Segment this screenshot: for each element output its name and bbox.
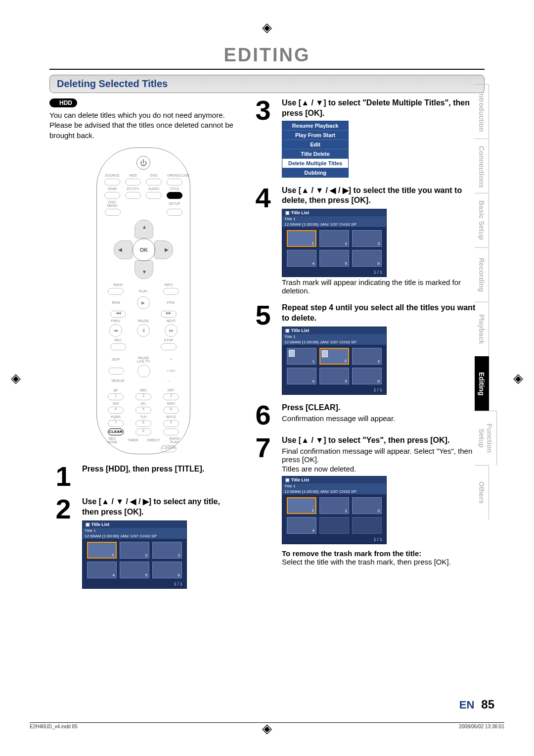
menu-item: Title Delete xyxy=(282,149,348,158)
step-heading: Use [▲ / ▼ / ◀ / ▶] to select any title,… xyxy=(82,497,237,518)
title-thumbnail: 4 xyxy=(287,250,316,267)
title-thumbnail: 3 xyxy=(352,348,382,365)
title-thumbnail xyxy=(352,517,382,534)
step-2: 2 Use [▲ / ▼ / ◀ / ▶] to select any titl… xyxy=(49,497,237,589)
context-menu: Resume PlaybackPlay From StartEditTitle … xyxy=(282,121,349,178)
menu-item: Edit xyxy=(282,140,348,149)
title-thumbnail: 4 xyxy=(87,562,117,578)
step-number: 2 xyxy=(49,497,77,589)
title-list-step7: ▣ Title List Title 1 12:00AM (1:00:00) J… xyxy=(282,476,387,544)
title-thumbnail: 5 xyxy=(319,368,349,384)
step-number: 1 xyxy=(49,464,77,489)
step-heading: Repeat step 4 until you select all the t… xyxy=(282,303,485,324)
title-list-step4: ▣ Title List Title 1 12:00AM (1:00:00) J… xyxy=(282,209,387,277)
footer-left: E2H40UD_v4.indd 85 xyxy=(30,724,78,729)
remote-title-button xyxy=(167,192,182,199)
menu-item: Resume Playback xyxy=(282,121,348,130)
step-number: 5 xyxy=(249,303,277,395)
step-number: 7 xyxy=(249,435,277,566)
title-thumbnail: 4 xyxy=(287,517,316,534)
step-number: 3 xyxy=(249,98,277,178)
title-thumbnail: 2 xyxy=(319,497,349,514)
trash-icon xyxy=(289,350,295,357)
step-number: 6 xyxy=(249,403,277,427)
trash-icon xyxy=(322,350,328,357)
remote-dpad: ▲ ▼ ◀ ▶ OK xyxy=(114,220,173,279)
step-text: Trash mark will appear indicating the ti… xyxy=(282,278,485,295)
title-thumbnail: 4 xyxy=(287,368,316,384)
print-mark-right: ◈ xyxy=(513,371,523,386)
side-tab: Editing xyxy=(475,356,489,411)
print-mark-top: ◈ xyxy=(262,20,272,35)
step-7: 7 Use [▲ / ▼] to select "Yes", then pres… xyxy=(249,435,485,566)
side-tab: Others xyxy=(475,465,489,520)
step-heading: Use [▲ / ▼ / ◀ / ▶] to select the title … xyxy=(282,186,485,206)
title-list-step5: ▣ Title List Title 1 12:00AM (1:00:00) J… xyxy=(282,327,387,395)
remote-clear-button: CLEAR xyxy=(108,428,124,435)
step-4: 4 Use [▲ / ▼ / ◀ / ▶] to select the titl… xyxy=(249,186,485,295)
step-heading: Press [HDD], then press [TITLE]. xyxy=(82,464,237,474)
title-thumbnail: 1 xyxy=(287,497,316,514)
step-heading: Press [CLEAR]. xyxy=(282,403,485,413)
title-thumbnail xyxy=(319,517,349,534)
chapter-title: EDITING xyxy=(30,45,504,66)
step-text: Final confirmation message will appear. … xyxy=(282,447,485,464)
menu-item: Delete Multiple Titles xyxy=(282,158,348,168)
footer-right: 2008/06/02 13:36:01 xyxy=(459,724,504,729)
title-thumbnail: 1 xyxy=(287,230,316,247)
intro-text: You can delete titles which you do not n… xyxy=(49,110,237,141)
remove-heading: To remove the trash mark from the title: xyxy=(282,549,421,558)
title-thumbnail: 3 xyxy=(152,542,182,559)
side-tab: Function Setup xyxy=(475,411,497,465)
side-tab: Recording xyxy=(475,247,489,302)
menu-item: Dubbing xyxy=(282,168,348,177)
title-thumbnail: 1 xyxy=(287,348,316,365)
side-tabs: IntroductionConnectionsBasic SetupRecord… xyxy=(475,84,509,520)
side-tab: Basic Setup xyxy=(475,193,489,247)
step-number: 4 xyxy=(249,186,277,295)
remove-text: Select the title with the trash mark, th… xyxy=(282,558,451,566)
section-heading: Deleting Selected Titles xyxy=(49,75,485,93)
side-tab: Introduction xyxy=(475,84,489,139)
side-tab: Playback xyxy=(475,302,489,356)
side-tab: Connections xyxy=(475,139,489,193)
step-6: 6 Press [CLEAR]. Confirmation message wi… xyxy=(249,403,485,427)
title-thumbnail: 2 xyxy=(319,230,349,247)
step-text: Titles are now deleted. xyxy=(282,465,485,473)
title-thumbnail: 6 xyxy=(352,368,382,384)
title-thumbnail: 2 xyxy=(319,348,349,365)
step-heading: Use [▲ / ▼] to select "Yes", then press … xyxy=(282,435,485,446)
step-text: Confirmation message will appear. xyxy=(282,414,485,423)
hdd-badge: HDD xyxy=(49,98,77,107)
title-thumbnail: 5 xyxy=(120,562,149,578)
chapter-rule xyxy=(49,69,485,70)
power-icon: ⏻ xyxy=(136,156,150,170)
step-heading: Use [▲ / ▼] to select "Delete Multiple T… xyxy=(282,98,485,119)
title-thumbnail: 3 xyxy=(352,497,382,514)
title-thumbnail: 3 xyxy=(352,230,382,247)
step-5: 5 Repeat step 4 until you select all the… xyxy=(249,303,485,395)
page-number: EN85 xyxy=(459,698,494,711)
title-thumbnail: 6 xyxy=(352,250,382,267)
title-list-step2: ▣ Title List Title 1 12:00AM (1:00:00) J… xyxy=(82,520,187,589)
remote-illustration: ⏻ SOURCEHDDDVDOPEN/CLOSE HDMIDTV/TVAUDIO… xyxy=(96,147,190,454)
title-thumbnail: 1 xyxy=(87,542,117,559)
print-mark-left: ◈ xyxy=(11,371,21,386)
step-1: 1 Press [HDD], then press [TITLE]. xyxy=(49,464,237,489)
title-thumbnail: 2 xyxy=(120,542,149,559)
menu-item: Play From Start xyxy=(282,130,348,140)
remote-ok-button: OK xyxy=(133,238,155,261)
title-thumbnail: 6 xyxy=(152,562,182,578)
step-3: 3 Use [▲ / ▼] to select "Delete Multiple… xyxy=(249,98,485,178)
title-thumbnail: 5 xyxy=(319,250,349,267)
